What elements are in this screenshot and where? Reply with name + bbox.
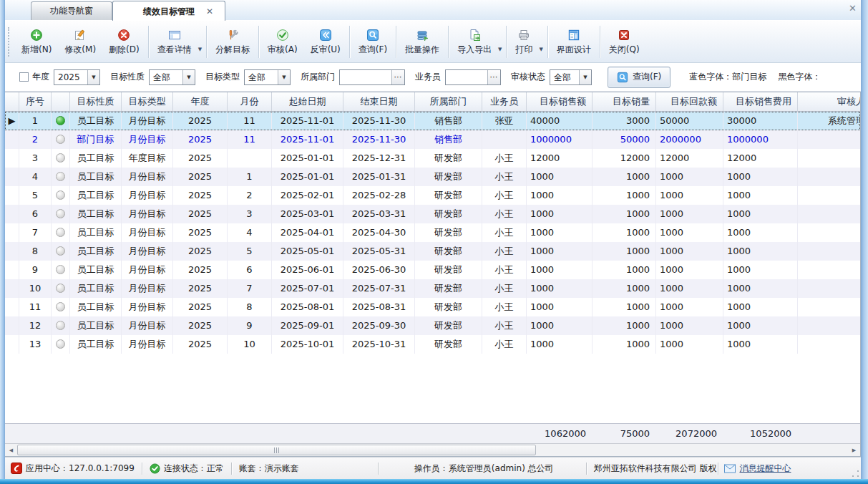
chevron-down-icon[interactable]: ▼ [182, 70, 195, 84]
edit-button[interactable]: 修改(M) [58, 23, 102, 61]
column-header[interactable]: 目标销售费用 [723, 92, 798, 112]
search-button[interactable]: 查询(F) [608, 67, 670, 88]
table-row[interactable]: 2部门目标月份目标2025112025-11-012025-11-30销售部10… [5, 130, 860, 149]
import-export-button[interactable]: 导入导出 [451, 23, 498, 61]
close-button[interactable]: 关闭(Q) [603, 23, 646, 61]
add-button[interactable]: 新增(N) [15, 23, 58, 61]
cell-type: 月份目标 [122, 242, 173, 261]
ui-design-button[interactable]: 界面设计 [550, 23, 598, 61]
summary-empty-cell [19, 424, 52, 443]
cell-nature: 员工目标 [70, 168, 122, 186]
salesman-field[interactable]: ⋯ [445, 69, 501, 85]
table-row[interactable]: 6员工目标月份目标202532025-03-012025-03-31研发部小王1… [5, 205, 860, 223]
scrollbar-thumb[interactable] [17, 445, 536, 455]
window-design-icon [567, 29, 580, 42]
cell-month: 1 [228, 168, 272, 186]
print-button[interactable]: 打印 [509, 23, 539, 61]
table-row[interactable]: 5员工目标月份目标202522025-02-012025-02-28研发部小王1… [5, 186, 860, 205]
import-export-dropdown-icon[interactable]: ▼ [498, 23, 504, 61]
audit-status-cell [52, 279, 70, 298]
column-header[interactable]: 目标性质 [70, 92, 122, 112]
grid-body: ▶1员工目标月份目标2025112025-11-012025-11-30销售部张… [5, 112, 860, 354]
scroll-right-icon[interactable]: ▶ [848, 444, 860, 456]
print-dropdown-icon[interactable]: ▼ [539, 23, 545, 61]
column-header[interactable]: 目标回款额 [656, 92, 723, 112]
scroll-left-icon[interactable]: ◀ [5, 444, 17, 456]
table-row[interactable]: 3员工目标年度目标20252025-01-012025-12-31研发部小王12… [5, 149, 860, 168]
toolbar-separator [506, 26, 507, 58]
cell-end: 2025-10-31 [343, 335, 415, 354]
cell-sales_amount: 1000 [527, 223, 593, 242]
column-header[interactable]: 起始日期 [272, 92, 343, 112]
table-row[interactable]: 13员工目标月份目标2025102025-10-012025-10-31研发部小… [5, 335, 860, 354]
cell-dept: 研发部 [415, 186, 482, 205]
cell-dept: 销售部 [415, 112, 482, 130]
tab-performance-goals[interactable]: 绩效目标管理 ✕ [112, 1, 225, 21]
column-header[interactable]: 所属部门 [415, 92, 482, 112]
view-detail-dropdown-icon[interactable]: ▼ [198, 23, 204, 61]
resize-grip[interactable] [852, 470, 859, 478]
column-header[interactable]: 目标销售额 [527, 92, 593, 112]
ellipsis-icon[interactable]: ⋯ [487, 70, 500, 84]
cell-year: 2025 [173, 149, 228, 168]
chevron-down-icon[interactable]: ▼ [278, 70, 290, 84]
table-row[interactable]: 12员工目标月份目标202592025-09-012025-09-30研发部小王… [5, 316, 860, 335]
cell-nature: 员工目标 [70, 112, 122, 130]
unaudit-button[interactable]: 反审(U) [304, 23, 347, 61]
tab-close-icon[interactable]: ✕ [205, 3, 215, 20]
tab-function-nav[interactable]: 功能导航窗 [31, 1, 112, 20]
decompose-goal-button[interactable]: 分解目标 [209, 23, 256, 61]
cell-dept: 研发部 [415, 149, 482, 168]
cell-type: 月份目标 [122, 168, 173, 186]
type-combo[interactable]: 全部 ▼ [244, 69, 291, 85]
cell-auditor [798, 186, 860, 205]
row-indicator [5, 149, 19, 168]
column-header[interactable] [52, 92, 70, 112]
column-header[interactable]: 序号 [19, 92, 52, 112]
cell-type: 月份目标 [122, 261, 173, 279]
summary-empty-cell [415, 424, 482, 443]
cell-month [228, 149, 272, 168]
message-center-item[interactable]: 消息提醒中心 [724, 463, 791, 475]
column-header[interactable]: 年度 [173, 92, 228, 112]
table-row[interactable]: 8员工目标月份目标202552025-05-012025-05-31研发部小王1… [5, 242, 860, 261]
year-checkbox[interactable] [19, 72, 29, 82]
cell-no: 12 [19, 316, 52, 335]
audit-status-combo[interactable]: 全部 ▼ [550, 69, 592, 85]
table-row[interactable]: 4员工目标月份目标202512025-01-012025-01-31研发部小王1… [5, 168, 860, 186]
dept-field[interactable]: ⋯ [339, 69, 405, 85]
column-header[interactable]: 月份 [228, 92, 272, 112]
chevron-down-icon[interactable]: ▼ [579, 70, 591, 84]
status-ball-icon [56, 209, 65, 218]
cell-year: 2025 [173, 335, 228, 354]
table-row[interactable]: 9员工目标月份目标202562025-06-012025-06-30研发部小王1… [5, 261, 860, 279]
table-row[interactable]: 10员工目标月份目标202572025-07-012025-07-31研发部小王… [5, 279, 860, 298]
toolbar-grip[interactable] [8, 27, 14, 57]
chevron-down-icon[interactable]: ▼ [87, 70, 99, 84]
cell-sales_amount: 1000 [527, 261, 593, 279]
table-row[interactable]: ▶1员工目标月份目标2025112025-11-012025-11-30销售部张… [5, 112, 860, 130]
audit-button[interactable]: 审核(A) [261, 23, 304, 61]
cell-sales_qty: 1000 [593, 168, 656, 186]
column-header[interactable]: 业务员 [482, 92, 527, 112]
table-row[interactable]: 11员工目标月份目标202582025-08-012025-08-31研发部小王… [5, 298, 860, 316]
query-button[interactable]: 查询(F) [352, 23, 394, 61]
cell-nature: 员工目标 [70, 279, 122, 298]
delete-button[interactable]: 删除(D) [102, 23, 146, 61]
cell-dept: 销售部 [415, 130, 482, 149]
cell-month: 3 [228, 205, 272, 223]
cell-dept: 研发部 [415, 223, 482, 242]
batch-operation-button[interactable]: 批量操作 [399, 23, 446, 61]
column-header[interactable]: 目标类型 [122, 92, 173, 112]
horizontal-scrollbar[interactable]: ◀ ▶ [5, 443, 860, 456]
table-row[interactable]: 7员工目标月份目标202542025-04-012025-04-30研发部小王1… [5, 223, 860, 242]
column-header[interactable]: 目标销量 [593, 92, 656, 112]
view-detail-button[interactable]: 查看详情 [151, 23, 198, 61]
nature-combo[interactable]: 全部 ▼ [149, 69, 195, 85]
year-combo[interactable]: 2025 ▼ [54, 69, 100, 85]
column-header[interactable]: 结束日期 [343, 92, 415, 112]
ellipsis-icon[interactable]: ⋯ [391, 70, 404, 84]
window-close-icon[interactable]: ✕ [849, 3, 857, 14]
row-indicator-header [5, 92, 19, 112]
column-header[interactable]: 审核人 [798, 92, 860, 112]
